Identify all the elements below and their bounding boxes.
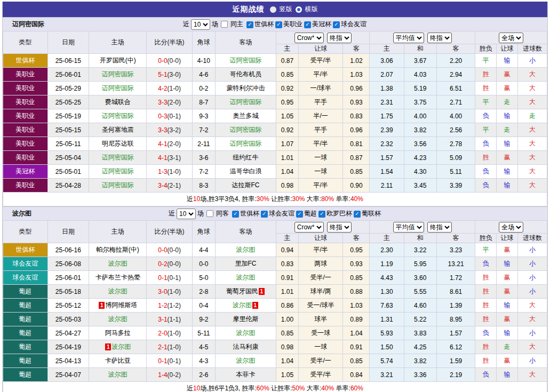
team-name: 迈阿密国际 [229, 98, 261, 106]
table-row: 美职业25-05-04迈阿密国际4-1(3-1)3-6纽约红牛1.01一球0.8… [3, 151, 547, 165]
layout-radio-group: 竖版 横版 [270, 5, 318, 14]
half-score: (1-0) [168, 168, 181, 175]
league-filter-checkbox[interactable]: ✓ [232, 211, 239, 218]
average-final-select[interactable]: 终指 [427, 222, 452, 233]
corners-cell: 2-6 [192, 368, 215, 382]
result-goals: 大 [517, 82, 547, 95]
result-winloss: 平 [475, 123, 497, 137]
away-team-cell: 法马利康 [215, 340, 276, 354]
games-count-select[interactable]: 10 [191, 19, 210, 30]
avg-draw: 3.56 [404, 137, 436, 151]
bookmaker-select[interactable]: Crow* [294, 33, 324, 43]
games-label: 场 [197, 209, 204, 218]
league-filter-checkbox[interactable]: ✓ [246, 21, 253, 28]
summary-text-segment: 80% [321, 195, 334, 203]
result-goals: 大 [517, 179, 547, 193]
table-row: 美职业25-06-01迈阿密国际5-1(3-0)4-6哥伦布机员0.85平/半1… [3, 68, 547, 82]
league-badge: 世俱杯 [3, 243, 48, 257]
games-label: 场 [212, 20, 218, 29]
result-handicap: 赢 [497, 271, 518, 285]
home-team-cell: 波尔图 [89, 285, 147, 299]
same-venue-checkbox[interactable] [206, 210, 213, 217]
odds-away: 0.84 [343, 368, 370, 382]
results-table-miami: 类型 日期 主场 比分(半场) 角球 客场 Crow*终指 平均值终指 全场 主… [3, 31, 547, 206]
odds-away: 0.96 [343, 82, 370, 95]
league-filter-checkbox[interactable]: ✓ [333, 21, 340, 28]
final-score: 5-1 [158, 71, 167, 78]
away-team-cell: 波尔图 [215, 326, 276, 340]
average-select[interactable]: 平均值 [393, 33, 424, 43]
league-filter-checkbox[interactable]: ✓ [318, 211, 325, 218]
table-row: 葡超25-05-03波尔图3-1(1-1)9-2摩里伦斯1.00球半0.891.… [3, 313, 547, 326]
result-handicap: 赢 [497, 354, 518, 368]
team-name: 波尔图 [111, 343, 131, 350]
avg-home-header: 主 [370, 44, 404, 54]
odds-home: 0.85 [276, 326, 299, 340]
result-goals: 小 [517, 243, 547, 257]
odds-handicap: 球半 [298, 313, 343, 326]
half-score: (3-2) [168, 126, 181, 134]
league-filter-checkbox[interactable]: ✓ [354, 211, 361, 218]
league-filter-checkbox[interactable]: ✓ [296, 211, 303, 218]
team-name: 阿马多拉 [105, 329, 131, 337]
table-row: 美职业25-05-25费城联合3-3(2-0)8-7迈阿密国际0.95平手0.9… [3, 95, 547, 109]
summary-text-segment: 40% [321, 385, 334, 392]
match-date: 25-04-07 [47, 368, 89, 382]
odds-home: 0.98 [276, 340, 299, 354]
corners-cell: 4-3 [192, 354, 215, 368]
odds-final-select[interactable]: 终指 [327, 222, 352, 233]
league-filter-checkbox[interactable]: ✓ [304, 21, 311, 28]
avg-draw: 5.22 [404, 313, 436, 326]
away-team-cell: 波尔图1 [215, 299, 276, 313]
col-away-header: 客场 [215, 221, 276, 243]
league-filter-checkbox[interactable]: ✓ [275, 21, 282, 28]
average-final-select[interactable]: 终指 [427, 33, 452, 43]
result-winloss: 胜 [475, 299, 497, 313]
result-winloss: 胜 [475, 354, 497, 368]
team-name: 波尔图 [108, 287, 127, 295]
half-score: (1-0) [168, 343, 181, 351]
league-badge: 美职业 [3, 123, 48, 137]
away-team-cell: 奥兰多城 [215, 109, 276, 123]
team-name: 蒙特利尔冲击 [226, 84, 265, 92]
result-winloss-header: 胜负 [475, 44, 497, 54]
match-date: 25-06-01 [47, 68, 89, 82]
half-score: (1-1) [168, 316, 181, 323]
avg-home: 2.07 [370, 68, 404, 82]
odds-handicap: 平手 [298, 95, 343, 109]
table-row: 世俱杯25-06-16帕尔梅拉斯(中)0-0(0-0)4-4波尔图0.94平/半… [3, 243, 547, 257]
fulltime-select[interactable]: 全场 [499, 33, 523, 43]
horizontal-layout-radio[interactable] [296, 6, 302, 13]
results-table-porto: 类型 日期 主场 比分(半场) 角球 客场 Crow*终指 平均值终指 全场 主… [3, 220, 547, 392]
table-row: 葡超25-04-07波尔图1-4(0-2)2-6本菲卡1.05受平/半0.843… [3, 368, 547, 382]
games-count-select[interactable]: 10 [177, 209, 196, 219]
half-score: (3-1) [168, 154, 181, 162]
home-team-cell: 开罗国民(中) [89, 54, 147, 68]
odds-home: 1.07 [276, 137, 299, 151]
match-date: 25-04-28 [47, 179, 89, 193]
team-name: 纽约红牛 [233, 154, 258, 161]
score-cell: 2-0(1-0) [147, 326, 193, 340]
odds-away: 0.81 [343, 137, 370, 151]
avg-draw: 3.36 [404, 368, 436, 382]
fulltime-select[interactable]: 全场 [499, 222, 523, 233]
half-score: (0-2) [168, 371, 181, 379]
result-winloss: 胜 [475, 285, 497, 299]
vertical-layout-radio[interactable] [270, 6, 276, 13]
home-team-cell: 波尔图 [89, 368, 147, 382]
final-score: 3-0 [158, 288, 167, 295]
league-badge: 美职业 [3, 95, 48, 109]
team-name: 达拉斯FC [232, 181, 259, 189]
final-score: 2-1 [158, 343, 167, 351]
same-venue-checkbox[interactable] [221, 21, 228, 28]
team-name: 博阿维斯塔 [105, 301, 137, 309]
league-filter-checkbox[interactable]: ✓ [261, 211, 268, 218]
avg-home: 1.31 [370, 313, 404, 326]
avg-draw: 3.83 [404, 326, 436, 340]
odds-final-select[interactable]: 终指 [327, 33, 352, 43]
summary-text-segment: 60% [257, 385, 269, 392]
average-select[interactable]: 平均值 [393, 222, 424, 233]
bookmaker-select[interactable]: Crow* [294, 222, 324, 233]
team-name: 明尼苏达联 [102, 140, 134, 147]
away-team-cell: 纽约红牛 [215, 151, 276, 165]
